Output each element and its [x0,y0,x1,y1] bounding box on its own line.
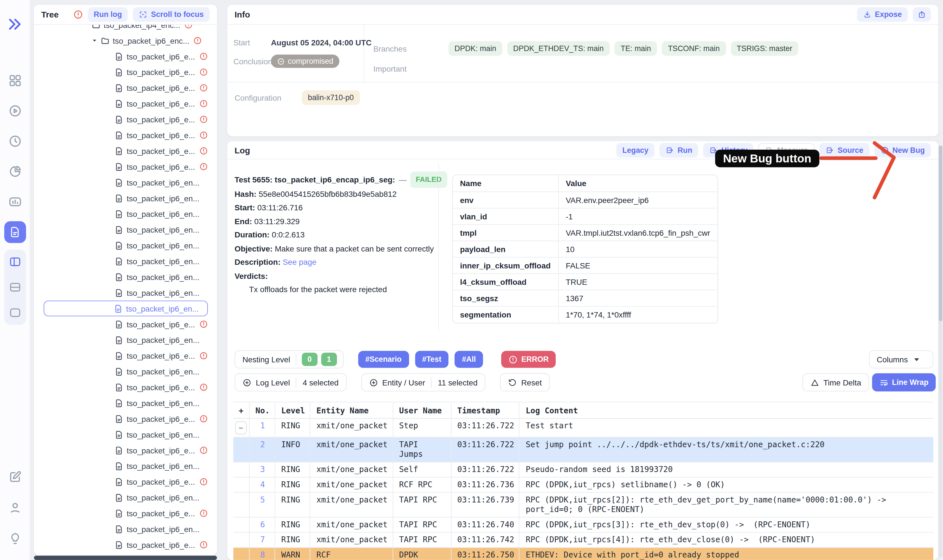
tree-item[interactable]: tso_packet_ip6_en... [34,489,217,505]
tree-item[interactable]: tso_packet_ip6_en... [34,521,217,537]
panel-left-icon[interactable] [9,256,21,268]
tree-item[interactable]: tso_packet_ip6_e... [34,537,217,553]
all-filter-button[interactable]: #All [455,351,483,368]
reset-button[interactable]: Reset [500,373,550,391]
log-row-expand-cell [233,477,249,492]
see-page-link[interactable]: See page [283,257,316,266]
tree-item[interactable]: tso_packet_ip6_en... [34,190,217,206]
log-row-number[interactable]: 6 [249,517,275,532]
log-row-number[interactable]: 3 [249,462,275,477]
tree-item[interactable]: tso_packet_ip6_e... [34,127,217,143]
log-scrollbar-thumb[interactable] [939,146,943,321]
run-button[interactable]: Run [659,143,698,157]
legacy-button[interactable]: Legacy [616,143,655,157]
tree-item[interactable]: tso_packet_ip6_en... [34,253,217,269]
time-delta-button[interactable]: Time Delta [802,373,869,391]
tree-item[interactable]: tso_packet_ip6_en... [34,222,217,238]
log-row-timestamp: 03:11:26.722 [451,418,520,437]
tree-item-label: tso_packet_ip6_en... [127,209,199,218]
nesting-level-0-button[interactable]: 0 [302,353,317,366]
tree-item[interactable]: tso_packet_ip6_e... [34,159,217,175]
log-level-filter[interactable]: Log Level 4 selected [235,373,346,391]
tree-item[interactable]: tso_packet_ip4_enc... [34,25,217,33]
entity-user-filter[interactable]: Entity / User 11 selected [361,373,485,391]
share-button[interactable] [913,7,931,22]
tree-item[interactable]: tso_packet_ip6_e... [34,96,217,112]
log-row-number[interactable]: 8 [249,548,275,560]
tree-list: tso_packet_ip4_enc...tso_packet_ip6_enc.… [34,25,217,555]
tree-item[interactable]: tso_packet_ip6_e... [34,379,217,395]
file-icon [114,462,123,471]
square-panel-icon[interactable] [9,306,21,318]
tree-item[interactable]: tso_packet_ip6_en... [34,269,217,285]
log-row: 6RINGxmit/one_packetTAPI RPC03:11:26.740… [233,517,933,532]
tree-item[interactable]: tso_packet_ip6_en... [34,285,217,301]
tree-item[interactable]: tso_packet_ip6_en... [34,237,217,253]
reset-icon [508,378,517,387]
app-logo-chevrons-icon[interactable] [7,16,23,32]
test-start-value: 03:11:26.716 [257,203,303,212]
tree-item[interactable]: tso_packet_ip6_en... [34,458,217,474]
log-row-number[interactable]: 1 [249,418,275,437]
expand-all-header[interactable]: + [233,402,249,418]
tree-item[interactable]: tso_packet_ip6_e... [34,411,217,427]
dashboard-icon[interactable] [8,74,22,87]
tree-item[interactable]: tso_packet_ip6_e... [34,111,217,127]
nesting-level-label: Nesting Level [243,355,290,364]
scroll-to-focus-button[interactable]: Scroll to focus [133,7,210,22]
user-icon[interactable] [8,502,22,515]
log-row-number[interactable]: 4 [249,477,275,492]
nesting-level-1-button[interactable]: 1 [321,353,337,366]
warning-icon [199,383,208,391]
collapse-row-button[interactable] [235,421,247,434]
file-icon [114,52,123,61]
log-row-number[interactable]: 7 [249,532,275,548]
tree-item[interactable]: tso_packet_ip6_en... [34,175,217,190]
test-filter-button[interactable]: #Test [415,351,449,368]
file-icon [114,414,123,423]
pie-chart-icon[interactable] [8,165,22,178]
tree-item-label: tso_packet_ip6_enc... [113,36,189,45]
tree-item[interactable]: tso_packet_ip6_e... [34,316,217,332]
log-row-number[interactable]: 2 [249,437,275,462]
log-row-content: RPC (DPDK,iut_rpcs[3]): rte_eth_dev_stop… [520,517,934,532]
sidebar-item-log-active[interactable] [4,221,26,243]
tree-item[interactable]: tso_packet_ip6_e... [34,474,217,490]
panel-rows-icon[interactable] [9,281,21,293]
file-icon [114,131,123,140]
tree-item[interactable]: tso_packet_ip6_e... [34,49,217,64]
tree-item[interactable]: tso_packet_ip6_e... [34,80,217,96]
help-icon[interactable] [8,532,22,545]
tree-item[interactable]: tso_packet_ip6_e... [34,143,217,159]
tree-item[interactable]: tso_packet_ip6_en... [34,427,217,442]
edit-icon[interactable] [8,470,22,484]
warning-icon [199,477,208,486]
tree-item[interactable]: tso_packet_ip6_en... [44,301,208,316]
scenario-filter-button[interactable]: #Scenario [358,351,409,368]
columns-dropdown[interactable]: Columns [869,350,933,368]
tree-item[interactable]: tso_packet_ip6_e... [34,348,217,364]
log-row: 4RINGxmit/one_packetRCF RPC03:11:26.736R… [233,477,933,492]
tree-item[interactable]: tso_packet_ip6_enc... [34,33,217,49]
history-icon[interactable] [8,134,22,148]
log-row-expand-cell [233,548,249,560]
tree-item[interactable]: tso_packet_ip6_en... [34,206,217,222]
tree-item[interactable]: tso_packet_ip6_e... [34,442,217,458]
info-panel: Info Expose Start August 05 2024, 04:00 … [227,5,938,136]
tree-item-label: tso_packet_ip6_en... [127,430,199,439]
tree-item[interactable]: tso_packet_ip6_en... [34,332,217,348]
tree-item[interactable]: tso_packet_ip6_en... [34,553,217,555]
tree-item[interactable]: tso_packet_ip6_e... [34,505,217,521]
runs-icon[interactable] [8,104,22,118]
folder-icon [92,25,101,29]
error-filter-button[interactable]: ERROR [501,351,556,368]
tree-horizontal-scrollbar[interactable] [34,556,217,560]
bar-chart-icon[interactable] [8,195,22,208]
tree-item[interactable]: tso_packet_ip6_en... [34,395,217,411]
log-row-number[interactable]: 5 [249,492,275,517]
expose-button[interactable]: Expose [857,7,908,22]
line-wrap-button[interactable]: Line Wrap [872,373,936,391]
run-log-button[interactable]: Run log [88,7,128,22]
tree-item[interactable]: tso_packet_ip6_en... [34,363,217,379]
tree-item[interactable]: tso_packet_ip6_e... [34,64,217,80]
